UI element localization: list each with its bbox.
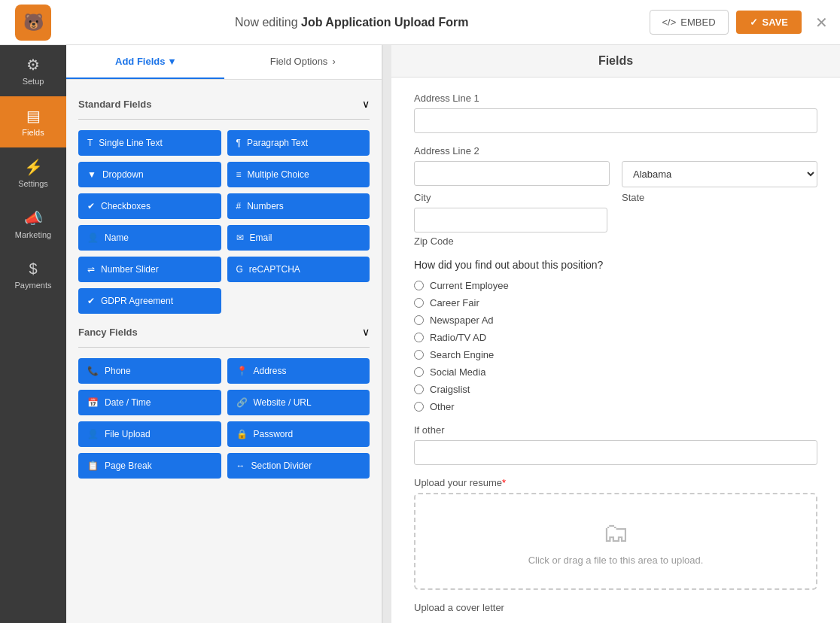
field-btn-section-divider[interactable]: ↔ Section Divider bbox=[227, 453, 370, 479]
radio-radio-tv-ad-input[interactable] bbox=[414, 333, 424, 342]
form-title: Now editing Job Application Upload Form bbox=[54, 16, 650, 29]
section-divider-label: Section Divider bbox=[251, 460, 312, 471]
standard-divider bbox=[78, 119, 370, 120]
field-btn-password[interactable]: 🔒 Password bbox=[227, 421, 370, 447]
radio-newspaper-ad-input[interactable] bbox=[414, 315, 424, 325]
if-other-group: If other bbox=[414, 424, 817, 465]
date-time-label: Date / Time bbox=[105, 397, 151, 408]
save-button[interactable]: ✓ SAVE bbox=[736, 11, 802, 34]
section-divider-icon: ↔ bbox=[236, 460, 245, 471]
form-area[interactable]: Address Line 1 Address Line 2 Alabama bbox=[391, 77, 840, 623]
if-other-input[interactable] bbox=[414, 440, 817, 465]
address-line1-input[interactable] bbox=[414, 108, 817, 133]
radio-search-engine-label: Search Engine bbox=[430, 349, 494, 360]
field-btn-paragraph-text[interactable]: ¶ Paragraph Text bbox=[227, 130, 370, 156]
page-break-icon: 📋 bbox=[87, 460, 99, 471]
field-btn-number-slider[interactable]: ⇌ Number Slider bbox=[78, 257, 221, 282]
address-line2-label: Address Line 2 bbox=[414, 145, 610, 157]
standard-fields-collapse-icon[interactable]: ∨ bbox=[362, 98, 370, 110]
recaptcha-label: reCAPTCHA bbox=[249, 264, 300, 275]
field-btn-address[interactable]: 📍 Address bbox=[227, 358, 370, 384]
field-btn-date-time[interactable]: 📅 Date / Time bbox=[78, 390, 221, 415]
fancy-fields-title: Fancy Fields bbox=[78, 327, 138, 338]
sidebar-item-fields[interactable]: ▤ Fields bbox=[0, 96, 66, 147]
add-fields-tab-label: Add Fields bbox=[115, 56, 165, 67]
position-question-label: How did you find out about this position… bbox=[414, 259, 817, 271]
zip-code-group: Zip Code bbox=[414, 208, 817, 247]
state-select[interactable]: Alabama bbox=[622, 161, 817, 187]
paragraph-text-icon: ¶ bbox=[236, 138, 241, 148]
radio-current-employee-label: Current Employee bbox=[430, 280, 509, 291]
panel-scroll[interactable]: Standard Fields ∨ T Single Line Text ¶ P… bbox=[66, 80, 382, 623]
app-logo: 🐻 bbox=[15, 5, 51, 41]
field-btn-file-upload[interactable]: 👤 File Upload bbox=[78, 421, 221, 447]
phone-label: Phone bbox=[105, 366, 131, 376]
radio-search-engine[interactable]: Search Engine bbox=[414, 349, 817, 360]
chevron-right-icon: › bbox=[332, 56, 335, 67]
field-btn-multiple-choice[interactable]: ≡ Multiple Choice bbox=[227, 162, 370, 187]
position-options-group: Current Employee Career Fair Newspaper A… bbox=[414, 280, 817, 412]
checkboxes-icon: ✔ bbox=[87, 201, 95, 211]
tab-field-options[interactable]: Field Options › bbox=[224, 45, 382, 79]
gdpr-icon: ✔ bbox=[87, 296, 95, 306]
radio-current-employee[interactable]: Current Employee bbox=[414, 280, 817, 291]
radio-social-media-input[interactable] bbox=[414, 367, 424, 377]
address-line2-input[interactable] bbox=[414, 161, 610, 186]
upload-icon: 🗂 bbox=[431, 517, 801, 549]
website-url-icon: 🔗 bbox=[236, 397, 248, 408]
field-btn-email[interactable]: ✉ Email bbox=[227, 225, 370, 251]
field-btn-numbers[interactable]: # Numbers bbox=[227, 193, 370, 219]
upload-resume-area[interactable]: 🗂 Click or drag a file to this area to u… bbox=[414, 493, 817, 590]
radio-career-fair-input[interactable] bbox=[414, 298, 424, 308]
sidebar-item-payments[interactable]: $ Payments bbox=[0, 250, 66, 300]
sidebar-label-fields: Fields bbox=[22, 128, 44, 137]
fancy-fields-header: Fancy Fields ∨ bbox=[78, 326, 370, 338]
file-upload-label: File Upload bbox=[105, 429, 151, 439]
field-btn-checkboxes[interactable]: ✔ Checkboxes bbox=[78, 193, 221, 219]
radio-social-media[interactable]: Social Media bbox=[414, 366, 817, 378]
field-btn-name[interactable]: 👤 Name bbox=[78, 225, 221, 251]
main-content: Fields Address Line 1 Address Line 2 Ala… bbox=[391, 45, 840, 623]
field-btn-page-break[interactable]: 📋 Page Break bbox=[78, 453, 221, 479]
fields-panel-title: Fields bbox=[598, 54, 633, 67]
sidebar: ⚙ Setup ▤ Fields ⚡ Settings 📣 Marketing … bbox=[0, 45, 66, 623]
city-state-labels-row: City State bbox=[414, 192, 817, 208]
sidebar-label-settings: Settings bbox=[18, 179, 48, 188]
save-label: SAVE bbox=[762, 17, 788, 28]
radio-other[interactable]: Other bbox=[414, 401, 817, 412]
single-line-text-label: Single Line Text bbox=[99, 138, 163, 148]
radio-current-employee-input[interactable] bbox=[414, 281, 424, 290]
field-btn-single-line-text[interactable]: T Single Line Text bbox=[78, 130, 221, 156]
sidebar-item-marketing[interactable]: 📣 Marketing bbox=[0, 199, 66, 250]
radio-radio-tv-ad[interactable]: Radio/TV AD bbox=[414, 332, 817, 343]
marketing-icon: 📣 bbox=[24, 209, 43, 227]
sidebar-item-setup[interactable]: ⚙ Setup bbox=[0, 45, 66, 96]
field-btn-dropdown[interactable]: ▼ Dropdown bbox=[78, 162, 221, 187]
required-star: * bbox=[502, 477, 506, 488]
address-line2-group: Address Line 2 bbox=[414, 145, 610, 187]
field-btn-website-url[interactable]: 🔗 Website / URL bbox=[227, 390, 370, 415]
sidebar-label-marketing: Marketing bbox=[15, 230, 51, 239]
sidebar-item-settings[interactable]: ⚡ Settings bbox=[0, 147, 66, 199]
radio-newspaper-ad[interactable]: Newspaper Ad bbox=[414, 315, 817, 326]
fancy-fields-collapse-icon[interactable]: ∨ bbox=[362, 326, 370, 338]
radio-career-fair[interactable]: Career Fair bbox=[414, 297, 817, 308]
zip-code-input[interactable] bbox=[414, 208, 607, 232]
top-bar: 🐻 Now editing Job Application Upload For… bbox=[0, 0, 840, 45]
embed-button[interactable]: </> EMBED bbox=[650, 10, 729, 35]
radio-craigslist-input[interactable] bbox=[414, 384, 424, 394]
field-btn-recaptcha[interactable]: G reCAPTCHA bbox=[227, 257, 370, 282]
setup-icon: ⚙ bbox=[26, 56, 40, 74]
radio-craigslist[interactable]: Craigslist bbox=[414, 384, 817, 395]
radio-search-engine-input[interactable] bbox=[414, 350, 424, 360]
fields-panel-header: Fields bbox=[391, 45, 840, 77]
tab-add-fields[interactable]: Add Fields ▾ bbox=[66, 45, 224, 79]
editing-prefix: Now editing bbox=[235, 16, 298, 29]
field-btn-phone[interactable]: 📞 Phone bbox=[78, 358, 221, 384]
close-button[interactable]: ✕ bbox=[815, 14, 828, 32]
resize-handle[interactable] bbox=[382, 45, 391, 623]
zip-code-label: Zip Code bbox=[414, 236, 817, 247]
phone-icon: 📞 bbox=[87, 366, 99, 376]
field-btn-gdpr[interactable]: ✔ GDPR Agreement bbox=[78, 288, 221, 314]
radio-other-input[interactable] bbox=[414, 402, 424, 412]
